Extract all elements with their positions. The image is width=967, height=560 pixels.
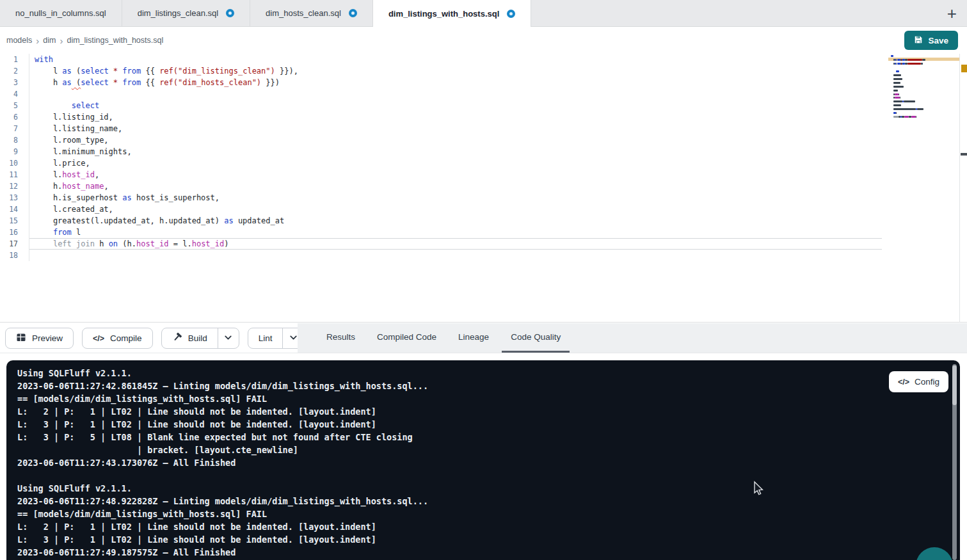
terminal-scrollbar-thumb[interactable] (952, 365, 957, 405)
line-number: 4 (0, 88, 29, 100)
code-token (35, 228, 53, 237)
code-token: as (122, 193, 131, 202)
hammer-icon (172, 332, 182, 344)
editor-scrollbar-thumb[interactable] (961, 153, 967, 156)
minimap-line (907, 63, 921, 65)
terminal-line: L: 3 | P: 5 | LT08 | Blank line expected… (17, 431, 934, 444)
minimap-line (917, 108, 923, 110)
preview-button[interactable]: Preview (5, 328, 74, 349)
minimap-line (921, 63, 923, 65)
tab-compiled-code[interactable]: Compiled Code (368, 323, 445, 353)
terminal-line: 2023-06-06T11:27:43.173076Z — All Finish… (17, 456, 934, 469)
line-number: 18 (0, 250, 29, 261)
tab-label: dim_listings_clean.sql (138, 8, 218, 18)
code-token (109, 67, 113, 76)
breadcrumb-item[interactable]: dim (43, 36, 56, 45)
lint-button-group: Lint (248, 328, 305, 349)
code-line-text[interactable]: l.listing_id, (29, 111, 882, 123)
terminal-output: Using SQLFluff v2.1.1.2023-06-06T11:27:4… (17, 367, 934, 559)
build-dropdown-button[interactable] (218, 328, 239, 348)
code-line-text[interactable]: l.room_type, (29, 134, 882, 146)
code-token: greatest(l.updated_at, h.updated_at) (35, 216, 224, 225)
preview-button-label: Preview (32, 333, 63, 343)
minimap-line (893, 86, 904, 88)
code-token: on (109, 239, 118, 248)
code-token (35, 239, 53, 248)
editor-tab-bar: no_nulls_in_columns.sqldim_listings_clea… (0, 0, 967, 27)
config-button-label: Config (915, 377, 939, 387)
code-token: (h. (118, 239, 136, 248)
code-token: h.is_superhost (35, 193, 122, 202)
code-icon: </> (93, 333, 104, 343)
chevron-down-icon (289, 333, 298, 344)
minimap-line (893, 74, 901, 76)
minimap-line (911, 116, 916, 118)
code-line-text[interactable]: l.listing_name, (29, 123, 882, 134)
compile-button[interactable]: </>Compile (82, 328, 153, 349)
minimap-line (893, 116, 899, 118)
code-line-text[interactable]: from l (29, 227, 882, 238)
code-token: l (72, 228, 81, 237)
code-line-text[interactable] (29, 88, 882, 100)
editor-tab-no_nulls_in_columns-sql[interactable]: no_nulls_in_columns.sql (0, 0, 122, 26)
unsaved-changes-dot-icon (507, 10, 515, 18)
code-editor[interactable]: 1with2 l as (select * from {{ ref("dim_l… (0, 54, 967, 323)
minimap-line (904, 116, 909, 118)
minimap-line (891, 55, 893, 57)
code-line: 9 l.minimum_nights, (0, 146, 882, 157)
code-line-text[interactable]: l.price, (29, 157, 882, 169)
editor-tab-dim_listings_clean-sql[interactable]: dim_listings_clean.sql (122, 0, 250, 26)
code-token: {{ (141, 78, 159, 87)
code-token: updated_at (234, 216, 284, 225)
table-grid-icon (16, 332, 26, 344)
minimap-line (896, 70, 900, 72)
code-line-text[interactable]: select (29, 100, 882, 111)
code-line-text[interactable]: with (29, 54, 882, 65)
new-tab-button[interactable]: + (945, 5, 959, 22)
line-number: 2 (0, 65, 29, 77)
code-line: 12 h.host_name, (0, 180, 882, 192)
tab-lineage[interactable]: Lineage (449, 323, 498, 353)
code-line-text[interactable]: left join h on (h.host_id = l.host_id) (29, 238, 882, 250)
code-token: l.price, (35, 159, 90, 168)
lint-button[interactable]: Lint (248, 328, 283, 348)
breadcrumb-current[interactable]: dim_listings_with_hosts.sql (67, 36, 163, 45)
line-number: 6 (0, 111, 29, 123)
breadcrumb-item[interactable]: models (6, 36, 32, 45)
code-token: = l. (169, 239, 192, 248)
editor-minimap[interactable] (888, 54, 959, 128)
tab-results[interactable]: Results (317, 323, 364, 353)
save-button[interactable]: Save (904, 31, 958, 50)
line-number: 3 (0, 77, 29, 88)
editor-tab-dim_listings_with_hosts-sql[interactable]: dim_listings_with_hosts.sql (373, 0, 531, 27)
code-line-text[interactable]: h.host_name, (29, 180, 882, 192)
minimap-line (922, 59, 925, 61)
code-token (109, 78, 113, 87)
minimap-line (895, 93, 899, 95)
code-line: 4 (0, 88, 882, 100)
terminal-line: 2023-06-06T11:27:48.922828Z — Linting mo… (17, 495, 934, 508)
save-icon (914, 35, 923, 46)
code-line-text[interactable]: l.created_at, (29, 204, 882, 215)
editor-tab-dim_hosts_clean-sql[interactable]: dim_hosts_clean.sql (250, 0, 373, 26)
build-button[interactable]: Build (162, 328, 218, 348)
terminal-line: 2023-06-06T11:27:49.187575Z — All Finish… (17, 546, 934, 559)
lint-config-button[interactable]: </> Config (889, 371, 948, 392)
save-button-label: Save (928, 36, 948, 45)
code-line-text[interactable]: l as (select * from {{ ref("dim_listings… (29, 65, 882, 77)
code-line-text[interactable]: h.is_superhost as host_is_superhost, (29, 192, 882, 204)
line-number: 10 (0, 157, 29, 169)
code-token: l.created_at, (35, 205, 113, 214)
code-line-text[interactable] (29, 250, 882, 261)
line-number: 11 (0, 169, 29, 180)
tab-code-quality[interactable]: Code Quality (502, 323, 570, 353)
code-line-text[interactable]: greatest(l.updated_at, h.updated_at) as … (29, 215, 882, 227)
code-token: * (113, 67, 118, 76)
code-token: as (224, 216, 233, 225)
code-line: 3 h as (select * from {{ ref("dim_hosts_… (0, 77, 882, 88)
code-line-text[interactable]: l.host_id, (29, 169, 882, 180)
code-line-text[interactable]: h as (select * from {{ ref("dim_hosts_cl… (29, 77, 882, 88)
lint-marker-icon (961, 65, 967, 72)
minimap-line (893, 90, 899, 92)
code-line-text[interactable]: l.minimum_nights, (29, 146, 882, 157)
